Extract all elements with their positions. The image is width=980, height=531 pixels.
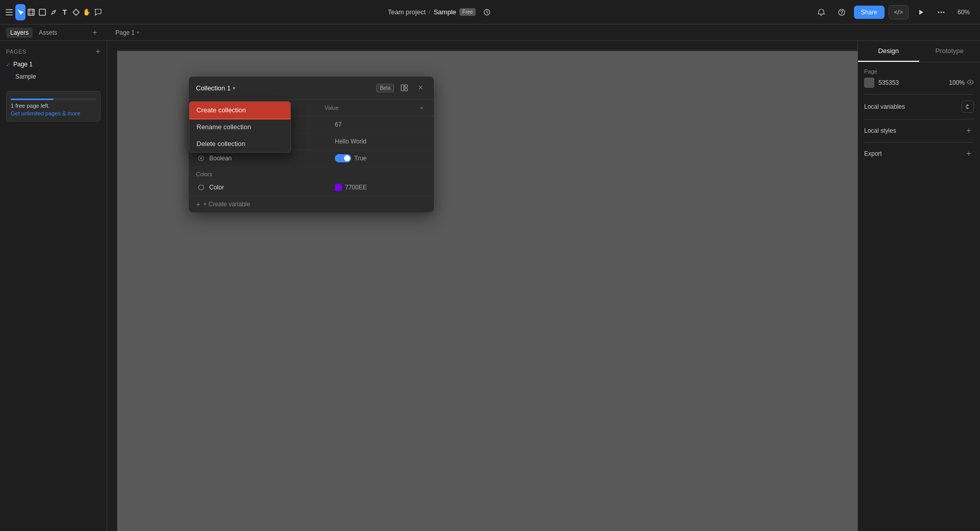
notifications-btn[interactable] [813, 4, 829, 20]
pen-tool[interactable] [48, 4, 59, 20]
svg-rect-1 [6, 12, 13, 13]
progress-fill [11, 99, 54, 100]
page-item-sample[interactable]: Sample [0, 70, 107, 83]
collection-selector[interactable]: Collection 1 ▾ [196, 84, 235, 92]
free-badge: Free [459, 8, 476, 16]
topbar-left: T ✋ [0, 4, 107, 20]
svg-point-14 [938, 11, 939, 13]
ruler-corner [107, 41, 117, 51]
collection-title: Collection 1 [196, 84, 231, 92]
color-type-icon [196, 182, 206, 192]
zoom-level[interactable]: 60% [953, 7, 974, 18]
panel-close-btn[interactable]: × [414, 82, 427, 94]
var-name-color: Color [209, 184, 335, 191]
svg-point-12 [841, 13, 842, 14]
boolean-toggle[interactable] [335, 154, 351, 162]
colors-group-label: Colors [189, 167, 434, 179]
add-variable-btn[interactable]: + [416, 103, 427, 113]
visibility-btn[interactable] [967, 79, 974, 87]
canvas-with-ruler: Create collection Rename collection Dele… [107, 41, 857, 531]
svg-point-24 [970, 81, 971, 83]
export-section: Export + [864, 149, 974, 159]
svg-rect-18 [401, 85, 404, 91]
local-styles-section: Local styles + [864, 126, 974, 136]
move-tool[interactable] [15, 4, 26, 20]
pages-section: Pages + ✓ Page 1 Sample [0, 41, 107, 87]
separator: / [429, 8, 431, 16]
local-variables-section: Local variables [864, 101, 974, 113]
divider-1 [864, 94, 974, 94]
canvas-content[interactable]: Create collection Rename collection Dele… [117, 51, 857, 531]
beta-badge: Beta [376, 84, 394, 92]
add-local-styles-btn[interactable]: + [964, 126, 974, 136]
ruler-marks [117, 41, 857, 51]
left-panel-tabs: Layers Assets + [0, 27, 107, 39]
svg-rect-19 [405, 85, 407, 87]
topbar-center: Team project / Sample Free [107, 4, 776, 20]
collection-dropdown: Create collection Rename collection Dele… [189, 101, 291, 153]
panel-view-btn[interactable] [398, 82, 410, 94]
tab-layers[interactable]: Layers [6, 28, 33, 38]
svg-rect-3 [28, 9, 34, 15]
page-opacity: 100% [949, 79, 974, 87]
page-color-value[interactable]: 535353 [878, 79, 899, 86]
embed-button[interactable]: </> [889, 5, 909, 19]
dropdown-item-create[interactable]: Create collection [189, 102, 290, 118]
svg-rect-0 [6, 9, 13, 10]
left-panel: Pages + ✓ Page 1 Sample 1 free page left… [0, 41, 107, 531]
var-name-boolean: Boolean [209, 155, 335, 162]
divider-2 [864, 119, 974, 119]
color-hex-value: 7700EE [345, 184, 367, 191]
var-value-boolean: True [335, 154, 427, 162]
dropdown-item-delete[interactable]: Delete collection [189, 135, 290, 152]
tab-design[interactable]: Design [858, 41, 919, 62]
local-variables-btn[interactable] [962, 101, 974, 113]
more-options-btn[interactable] [933, 4, 949, 20]
page-tab[interactable]: Page 1 ▾ [111, 28, 143, 38]
add-export-btn[interactable]: + [964, 149, 974, 159]
local-variables-label: Local variables [864, 103, 905, 110]
svg-rect-8 [39, 9, 45, 15]
svg-point-9 [54, 11, 55, 12]
color-swatch[interactable] [335, 184, 342, 191]
check-icon: ✓ [6, 62, 10, 67]
topbar: T ✋ Team project / Sample Free Share </> [0, 0, 980, 25]
share-button[interactable]: Share [854, 6, 885, 19]
help-btn[interactable] [834, 4, 850, 20]
var-row-color[interactable]: Color 7700EE [189, 179, 434, 196]
comment-tool[interactable] [93, 4, 103, 20]
text-tool[interactable]: T [60, 4, 70, 20]
svg-rect-2 [6, 14, 13, 15]
add-page-icon[interactable]: + [95, 47, 101, 56]
hand-tool[interactable]: ✋ [82, 4, 92, 20]
page-item-label: Page 1 [13, 61, 33, 68]
var-header-right: Beta × [376, 82, 427, 94]
dropdown-item-rename[interactable]: Rename collection [189, 118, 290, 135]
file-name[interactable]: Sample [434, 8, 456, 16]
page-section-label: Page [864, 68, 974, 75]
frame-tool[interactable] [27, 4, 37, 20]
svg-point-16 [943, 11, 944, 13]
component-tool[interactable] [71, 4, 81, 20]
version-history-btn[interactable] [479, 4, 495, 20]
page-item-page1[interactable]: ✓ Page 1 [0, 58, 107, 70]
upgrade-link[interactable]: Get unlimited pages & more [11, 110, 80, 116]
right-panel-content: Page 535353 100% Local variables [858, 62, 980, 165]
shape-tool[interactable] [37, 4, 47, 20]
present-btn[interactable] [913, 4, 929, 20]
page-tab-label: Page 1 [115, 29, 135, 36]
pages-header: Pages + [0, 45, 107, 58]
sub-toolbar: Layers Assets + Page 1 ▾ [0, 25, 980, 41]
topbar-right: Share </> 60% [776, 4, 980, 20]
right-panel: Design Prototype Page 535353 100% [857, 41, 980, 531]
add-page-btn[interactable]: + [89, 27, 101, 39]
notice-text: 1 free page left. [11, 102, 96, 110]
page-color-swatch[interactable] [864, 78, 874, 88]
main-menu-tool[interactable] [4, 4, 14, 20]
create-variable-row[interactable]: + + Create variable [189, 196, 434, 212]
boolean-value-text: True [354, 155, 366, 162]
opacity-value[interactable]: 100% [949, 79, 965, 86]
tab-prototype[interactable]: Prototype [919, 41, 981, 62]
tab-assets[interactable]: Assets [35, 28, 61, 38]
page-color-row: 535353 100% [864, 78, 974, 88]
